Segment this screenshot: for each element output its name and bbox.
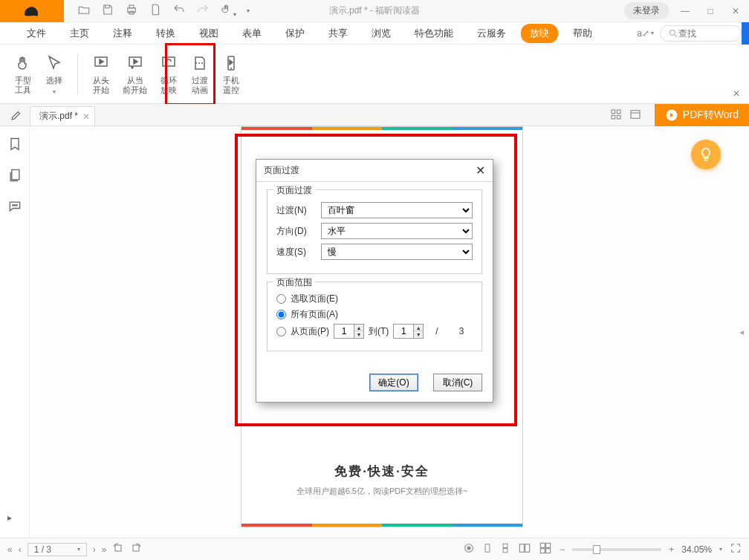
rotate-left-icon[interactable] bbox=[112, 542, 124, 556]
search-box[interactable] bbox=[660, 25, 742, 42]
menu-annotate[interactable]: 注释 bbox=[104, 24, 141, 43]
svg-point-18 bbox=[16, 205, 16, 206]
single-page-icon[interactable] bbox=[482, 542, 493, 556]
page-number-box[interactable]: 1 / 3 ▾ bbox=[27, 543, 87, 556]
from-start-button[interactable]: 从头 开始 bbox=[85, 51, 117, 98]
tips-bulb-button[interactable] bbox=[691, 140, 721, 169]
svg-rect-1 bbox=[129, 5, 134, 8]
all-pages-label: 所有页面(A) bbox=[291, 308, 338, 321]
menu-protect[interactable]: 保护 bbox=[276, 24, 314, 43]
document-tab[interactable]: 演示.pdf * ✕ bbox=[30, 106, 95, 126]
redo-icon[interactable] bbox=[196, 3, 210, 19]
play-current-icon bbox=[126, 53, 145, 73]
menu-help[interactable]: 帮助 bbox=[564, 24, 601, 43]
text-settings-icon[interactable]: a⤢ ▾ bbox=[637, 28, 654, 39]
page-title-text: 免费·快速·安全 bbox=[241, 463, 522, 480]
menu-form[interactable]: 表单 bbox=[233, 24, 270, 43]
select-pages-label: 选取页面(E) bbox=[291, 293, 338, 305]
svg-rect-19 bbox=[115, 545, 121, 551]
select-tool-button[interactable]: 选择 ▾ bbox=[39, 51, 70, 98]
from-page-spinner[interactable]: ▲▼ bbox=[334, 324, 364, 339]
scroll-indicator bbox=[742, 22, 749, 45]
cancel-button[interactable]: 取消(C) bbox=[433, 374, 482, 391]
expand-panel-icon[interactable]: ▸ bbox=[7, 512, 22, 527]
title-bar: ▾ ▾ 演示.pdf * - 福昕阅读器 未登录 — □ ✕ bbox=[0, 0, 749, 22]
open-icon[interactable] bbox=[77, 3, 91, 19]
transition-label: 过渡(N) bbox=[276, 204, 315, 217]
pages-icon[interactable] bbox=[7, 168, 22, 183]
status-bar: « ‹ 1 / 3 ▾ › » − + 34.05% ▾ bbox=[0, 538, 749, 560]
pdf-to-word-button[interactable]: PDF转Word bbox=[655, 104, 749, 126]
maximize-button[interactable]: □ bbox=[701, 2, 719, 20]
right-collapse-handle[interactable]: ◂ bbox=[734, 126, 749, 538]
menu-home[interactable]: 主页 bbox=[61, 24, 98, 43]
direction-select[interactable]: 水平 bbox=[321, 223, 473, 239]
speed-label: 速度(S) bbox=[276, 246, 315, 258]
to-page-spinner[interactable]: ▲▼ bbox=[393, 324, 424, 339]
first-page-icon[interactable]: « bbox=[7, 544, 13, 555]
reading-mode-icon[interactable] bbox=[463, 542, 475, 556]
all-pages-radio[interactable] bbox=[276, 310, 286, 319]
zoom-dropdown-icon[interactable]: ▾ bbox=[719, 546, 722, 553]
login-button[interactable]: 未登录 bbox=[624, 2, 669, 19]
last-page-icon[interactable]: » bbox=[102, 544, 107, 555]
menu-convert[interactable]: 转换 bbox=[147, 24, 184, 43]
print-icon[interactable] bbox=[125, 3, 138, 19]
draw-tool-icon[interactable] bbox=[3, 105, 30, 126]
select-pages-radio[interactable] bbox=[276, 294, 286, 304]
menu-share[interactable]: 共享 bbox=[320, 24, 357, 43]
zoom-in-icon[interactable]: + bbox=[669, 544, 674, 555]
menu-presentation[interactable]: 放映 bbox=[521, 24, 558, 43]
facing-continuous-icon[interactable] bbox=[539, 542, 552, 556]
to-page-input[interactable] bbox=[394, 326, 413, 336]
undo-icon[interactable] bbox=[172, 3, 186, 19]
dialog-close-icon[interactable]: ✕ bbox=[476, 163, 485, 178]
svg-rect-11 bbox=[612, 115, 615, 119]
ribbon: 手型 工具 选择 ▾ 从头 开始 从当 前开始 循环 放映 过渡 动画 手机 遥… bbox=[0, 45, 749, 104]
minimize-button[interactable]: — bbox=[676, 2, 694, 20]
dialog-titlebar[interactable]: 页面过渡 ✕ bbox=[256, 160, 493, 182]
transition-icon bbox=[190, 53, 210, 73]
loop-icon bbox=[159, 53, 178, 73]
ok-button[interactable]: 确定(O) bbox=[369, 374, 418, 391]
facing-icon[interactable] bbox=[518, 542, 531, 556]
loop-play-button[interactable]: 循环 放映 bbox=[153, 51, 184, 98]
zoom-slider[interactable] bbox=[572, 548, 661, 551]
panel-view-icon[interactable] bbox=[629, 108, 641, 123]
search-input[interactable] bbox=[678, 28, 730, 39]
next-page-icon[interactable]: › bbox=[93, 544, 96, 555]
fullscreen-icon[interactable] bbox=[730, 542, 742, 556]
from-page-radio[interactable] bbox=[276, 327, 286, 336]
grid-view-icon[interactable] bbox=[610, 108, 622, 123]
comment-icon[interactable] bbox=[7, 199, 22, 214]
svg-point-17 bbox=[14, 205, 15, 206]
menu-browse[interactable]: 浏览 bbox=[363, 24, 400, 43]
hand-tool-button[interactable]: 手型 工具 bbox=[7, 51, 39, 98]
phone-remote-button[interactable]: 手机 遥控 bbox=[215, 51, 247, 98]
speed-select[interactable]: 慢 bbox=[321, 244, 473, 260]
menu-cloud[interactable]: 云服务 bbox=[468, 24, 515, 43]
hand-dropdown-icon[interactable]: ▾ bbox=[220, 3, 236, 19]
svg-rect-27 bbox=[525, 544, 530, 553]
rotate-right-icon[interactable] bbox=[130, 542, 142, 556]
from-current-button[interactable]: 从当 前开始 bbox=[117, 51, 153, 98]
document-tabstrip: 演示.pdf * ✕ PDF转Word bbox=[0, 104, 749, 126]
collapse-ribbon-icon[interactable]: ✕ bbox=[733, 88, 740, 99]
transition-button[interactable]: 过渡 动画 bbox=[184, 51, 215, 98]
phone-icon bbox=[221, 53, 241, 73]
menu-view[interactable]: 视图 bbox=[190, 24, 227, 43]
save-icon[interactable] bbox=[101, 3, 114, 19]
prev-page-icon[interactable]: ‹ bbox=[19, 544, 22, 555]
menu-features[interactable]: 特色功能 bbox=[406, 24, 462, 43]
qat-more-icon[interactable]: ▾ bbox=[247, 7, 250, 14]
tab-close-icon[interactable]: ✕ bbox=[82, 111, 90, 122]
menu-file[interactable]: 文件 bbox=[18, 24, 55, 43]
continuous-icon[interactable] bbox=[500, 542, 510, 556]
bookmark-icon[interactable] bbox=[7, 137, 22, 152]
page-icon[interactable] bbox=[149, 3, 162, 19]
svg-rect-31 bbox=[546, 549, 551, 553]
from-page-input[interactable] bbox=[334, 326, 354, 336]
close-button[interactable]: ✕ bbox=[727, 2, 745, 20]
zoom-out-icon[interactable]: − bbox=[560, 544, 565, 555]
transition-select[interactable]: 百叶窗 bbox=[321, 202, 473, 218]
